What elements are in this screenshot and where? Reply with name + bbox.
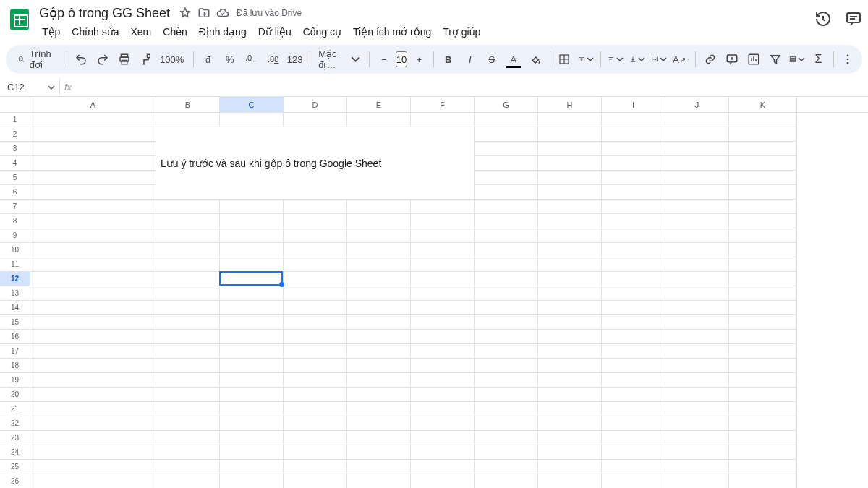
cell-C24[interactable] bbox=[220, 445, 284, 460]
cell-I25[interactable] bbox=[602, 460, 665, 474]
cell-B12[interactable] bbox=[156, 272, 220, 286]
cell-A24[interactable] bbox=[30, 445, 156, 460]
cell-J21[interactable] bbox=[665, 402, 729, 416]
cell-E20[interactable] bbox=[347, 388, 411, 402]
text-color-button[interactable]: A bbox=[503, 49, 524, 69]
cell-I8[interactable] bbox=[602, 214, 665, 228]
cell-E14[interactable] bbox=[347, 301, 411, 315]
cell-J16[interactable] bbox=[665, 330, 729, 344]
cell-A14[interactable] bbox=[30, 301, 156, 315]
cell-D12[interactable] bbox=[284, 272, 347, 286]
cell-H23[interactable] bbox=[538, 431, 602, 445]
cell-A3[interactable] bbox=[30, 142, 156, 156]
col-header-H[interactable]: H bbox=[538, 97, 602, 112]
cell-H12[interactable] bbox=[538, 272, 602, 286]
font-size-input[interactable]: 10 bbox=[396, 51, 407, 67]
cell-E26[interactable] bbox=[347, 474, 411, 488]
cell-F8[interactable] bbox=[411, 214, 475, 228]
cell-J23[interactable] bbox=[665, 431, 729, 445]
cell-J13[interactable] bbox=[665, 286, 729, 301]
cell-G22[interactable] bbox=[475, 416, 538, 431]
cell-K10[interactable] bbox=[729, 243, 797, 257]
cell-A9[interactable] bbox=[30, 228, 156, 243]
cell-B26[interactable] bbox=[156, 474, 220, 488]
filter-views-button[interactable] bbox=[787, 49, 807, 69]
cell-D11[interactable] bbox=[284, 257, 347, 272]
cell-A25[interactable] bbox=[30, 460, 156, 474]
cell-E13[interactable] bbox=[347, 286, 411, 301]
cell-J2[interactable] bbox=[665, 127, 729, 142]
cell-B25[interactable] bbox=[156, 460, 220, 474]
cell-E22[interactable] bbox=[347, 416, 411, 431]
cell-F11[interactable] bbox=[411, 257, 475, 272]
cell-F17[interactable] bbox=[411, 344, 475, 359]
cell-A20[interactable] bbox=[30, 388, 156, 402]
zoom-select[interactable]: 100% bbox=[158, 49, 189, 69]
row-header-11[interactable]: 11 bbox=[0, 257, 30, 272]
cell-C7[interactable] bbox=[220, 200, 284, 214]
cell-E8[interactable] bbox=[347, 214, 411, 228]
cell-B23[interactable] bbox=[156, 431, 220, 445]
cell-I6[interactable] bbox=[602, 185, 665, 200]
cell-I21[interactable] bbox=[602, 402, 665, 416]
cell-F21[interactable] bbox=[411, 402, 475, 416]
row-headers[interactable]: 1234567891011121314151617181920212223242… bbox=[0, 113, 30, 488]
cell-H22[interactable] bbox=[538, 416, 602, 431]
cell-G8[interactable] bbox=[475, 214, 538, 228]
redo-button[interactable] bbox=[93, 49, 113, 69]
cell-B7[interactable] bbox=[156, 200, 220, 214]
cell-H14[interactable] bbox=[538, 301, 602, 315]
col-header-C[interactable]: C bbox=[220, 97, 284, 112]
cell-E9[interactable] bbox=[347, 228, 411, 243]
cell-A13[interactable] bbox=[30, 286, 156, 301]
cell-C19[interactable] bbox=[220, 373, 284, 388]
cell-A18[interactable] bbox=[30, 359, 156, 373]
spreadsheet-grid[interactable]: ABCDEFGHIJK 1234567891011121314151617181… bbox=[0, 97, 868, 488]
cell-B21[interactable] bbox=[156, 402, 220, 416]
col-header-G[interactable]: G bbox=[475, 97, 538, 112]
cell-J19[interactable] bbox=[665, 373, 729, 388]
row-header-3[interactable]: 3 bbox=[0, 142, 30, 156]
cell-G20[interactable] bbox=[475, 388, 538, 402]
menu-file[interactable]: Tệp bbox=[36, 24, 66, 40]
cell-F18[interactable] bbox=[411, 359, 475, 373]
cell-G13[interactable] bbox=[475, 286, 538, 301]
cell-H7[interactable] bbox=[538, 200, 602, 214]
cell-E15[interactable] bbox=[347, 315, 411, 330]
row-header-17[interactable]: 17 bbox=[0, 344, 30, 359]
cell-K19[interactable] bbox=[729, 373, 797, 388]
cell-K15[interactable] bbox=[729, 315, 797, 330]
document-title[interactable]: Gộp ô trong GG Sheet bbox=[36, 5, 173, 21]
rotate-button[interactable]: A↗ bbox=[671, 49, 691, 69]
row-header-20[interactable]: 20 bbox=[0, 388, 30, 402]
cell-J6[interactable] bbox=[665, 185, 729, 200]
cell-A4[interactable] bbox=[30, 156, 156, 171]
filter-button[interactable] bbox=[765, 49, 786, 69]
menu-edit[interactable]: Chỉnh sửa bbox=[66, 24, 124, 40]
cell-F16[interactable] bbox=[411, 330, 475, 344]
bold-button[interactable]: B bbox=[438, 49, 459, 69]
cell-C20[interactable] bbox=[220, 388, 284, 402]
cell-H1[interactable] bbox=[538, 113, 602, 127]
borders-button[interactable] bbox=[554, 49, 574, 69]
cell-I20[interactable] bbox=[602, 388, 665, 402]
cell-G6[interactable] bbox=[475, 185, 538, 200]
more-formats-button[interactable]: 123 bbox=[285, 49, 305, 69]
cell-F7[interactable] bbox=[411, 200, 475, 214]
cell-I12[interactable] bbox=[602, 272, 665, 286]
comments-icon[interactable] bbox=[845, 10, 862, 27]
cell-E24[interactable] bbox=[347, 445, 411, 460]
cell-G16[interactable] bbox=[475, 330, 538, 344]
chart-button[interactable] bbox=[744, 49, 764, 69]
percent-button[interactable]: % bbox=[220, 49, 240, 69]
cell-I15[interactable] bbox=[602, 315, 665, 330]
cell-B8[interactable] bbox=[156, 214, 220, 228]
history-icon[interactable] bbox=[814, 10, 832, 27]
cell-A5[interactable] bbox=[30, 171, 156, 185]
cell-K21[interactable] bbox=[729, 402, 797, 416]
cell-D20[interactable] bbox=[284, 388, 347, 402]
row-header-24[interactable]: 24 bbox=[0, 445, 30, 460]
cell-C10[interactable] bbox=[220, 243, 284, 257]
cell-F22[interactable] bbox=[411, 416, 475, 431]
cell-C9[interactable] bbox=[220, 228, 284, 243]
